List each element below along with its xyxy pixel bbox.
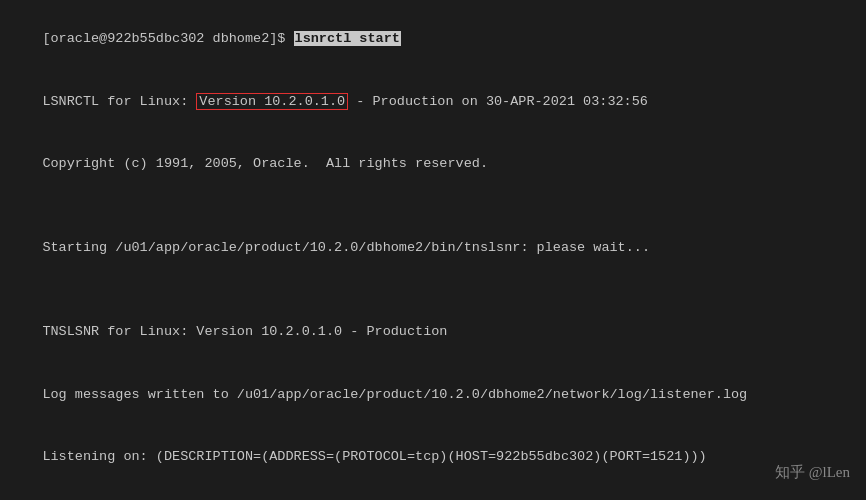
line-prompt1: [oracle@922b55dbc302 dbhome2]$ lsnrctl s… <box>10 8 856 71</box>
lsnrctl-prefix: LSNRCTL for Linux: <box>42 94 196 109</box>
line-tnslsnr: TNSLSNR for Linux: Version 10.2.0.1.0 - … <box>10 301 856 364</box>
version-box: Version 10.2.0.1.0 <box>196 93 348 110</box>
prompt-text: [oracle@922b55dbc302 dbhome2]$ <box>42 31 293 46</box>
line-copyright: Copyright (c) 1991, 2005, Oracle. All ri… <box>10 134 856 197</box>
line-log-messages: Log messages written to /u01/app/oracle/… <box>10 364 856 427</box>
terminal-window: [oracle@922b55dbc302 dbhome2]$ lsnrctl s… <box>0 0 866 500</box>
line-empty3 <box>10 489 856 500</box>
line-starting: Starting /u01/app/oracle/product/10.2.0/… <box>10 217 856 280</box>
line-lsnrctl-version: LSNRCTL for Linux: Version 10.2.0.1.0 - … <box>10 71 856 134</box>
watermark: 知乎 @lLen <box>775 463 850 482</box>
line-listening-on: Listening on: (DESCRIPTION=(ADDRESS=(PRO… <box>10 426 856 489</box>
lsnrctl-suffix: - Production on 30-APR-2021 03:32:56 <box>348 94 648 109</box>
line-empty1 <box>10 196 856 217</box>
command-highlight: lsnrctl start <box>294 31 401 46</box>
line-empty2 <box>10 280 856 301</box>
